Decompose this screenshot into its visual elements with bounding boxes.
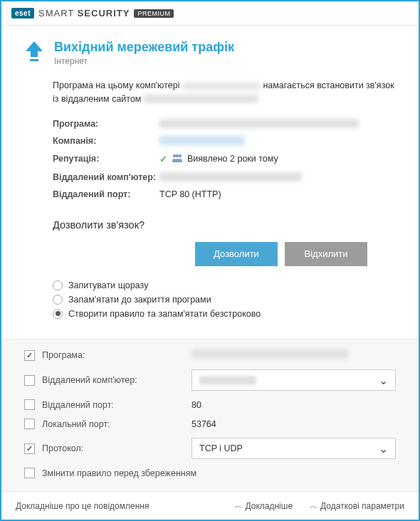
details-about-link[interactable]: Докладніше про це повідомлення [16, 501, 149, 511]
advanced-params-toggle[interactable]: ︿ Додаткові параметри [310, 500, 404, 511]
label-reputation: Репутація: [53, 154, 159, 164]
rule-remote-port-value: 80 [191, 400, 396, 410]
rule-label-remote-port: Віддалений порт: [42, 400, 184, 410]
question-text: Дозволити зв'язок? [53, 219, 396, 231]
redacted-program-path [159, 119, 359, 128]
button-row: Дозволити Відхилити [24, 242, 367, 266]
redacted-remote-host [159, 172, 302, 181]
info-table: Програма: Компанія: Репутація: ✓ Виявлен… [53, 119, 396, 199]
redacted-app [182, 82, 261, 90]
reputation-value: Виявлено 2 роки тому [187, 154, 278, 164]
radio-ask-every-time[interactable]: Запитувати щоразу [53, 280, 396, 290]
radio-icon [53, 295, 63, 305]
radio-remember-until-close[interactable]: Запам'ятати до закриття програми [53, 295, 396, 305]
dialog-title: Вихідний мережевий трафік [54, 40, 234, 55]
label-company: Компанія: [53, 136, 159, 146]
rule-label-program: Програма: [42, 350, 184, 360]
checkbox-remote-host[interactable] [24, 375, 35, 386]
rule-label-protocol: Протокол: [42, 443, 184, 453]
radio-create-rule[interactable]: Створити правило та запам'ятати безстрок… [53, 309, 396, 319]
chevron-down-icon: ⌄ [379, 442, 388, 456]
label-remote-port: Віддалений порт: [53, 189, 159, 199]
product-name: SMART SECURITY [38, 8, 130, 19]
title-bar: eset SMART SECURITY PREMIUM [1, 1, 419, 26]
radio-label: Створити правило та запам'ятати безстрок… [68, 309, 261, 319]
label-remote-host: Віддалений комп'ютер: [53, 172, 159, 182]
svg-point-3 [179, 154, 182, 157]
checkbox-remote-port[interactable] [24, 399, 35, 410]
rule-panel: Програма: Віддалений комп'ютер: ⌄ Віддал… [1, 340, 419, 491]
chevron-up-icon: ︿ [310, 500, 317, 511]
dialog-footer: Докладніше про це повідомлення ︿ Докладн… [1, 491, 419, 520]
redacted-remote-host-value [199, 376, 256, 385]
dialog-content: Вихідний мережевий трафік Інтернет Прогр… [1, 26, 419, 327]
checkbox-modify-before-save[interactable] [24, 468, 35, 478]
radio-label: Запитувати щоразу [68, 280, 148, 290]
svg-point-1 [173, 154, 176, 157]
remote-port-value: TCP 80 (HTTP) [159, 189, 221, 199]
rule-label-modify: Змінити правило перед збереженням [42, 468, 196, 478]
checkbox-program[interactable] [24, 350, 35, 361]
upload-icon [24, 40, 44, 66]
svg-rect-0 [30, 59, 38, 61]
dialog-header: Вихідний мережевий трафік Інтернет [24, 40, 396, 66]
users-icon [172, 153, 183, 165]
more-details-toggle[interactable]: ︿ Докладніше [234, 500, 293, 511]
svg-point-2 [176, 154, 179, 157]
check-icon: ✓ [159, 154, 167, 164]
protocol-select[interactable]: TCP і UDP ⌄ [191, 438, 396, 459]
remote-host-select[interactable]: ⌄ [191, 369, 396, 391]
checkbox-local-port[interactable] [24, 419, 35, 429]
radio-label: Запам'ятати до закриття програми [68, 295, 211, 305]
brand-badge: eset [11, 8, 34, 19]
label-program: Програма: [53, 119, 159, 129]
allow-button[interactable]: Дозволити [195, 242, 278, 266]
redacted-site [144, 95, 258, 103]
premium-badge: PREMIUM [134, 9, 174, 18]
rule-label-remote-host: Віддалений комп'ютер: [42, 375, 184, 385]
rule-label-local-port: Локальний порт: [42, 419, 184, 429]
intro-text: Програма на цьому комп'ютері намагається… [53, 79, 396, 106]
chevron-down-icon: ⌄ [379, 374, 388, 387]
rule-local-port-value: 53764 [191, 419, 396, 429]
redacted-company [159, 136, 245, 145]
redacted-rule-program [191, 349, 348, 359]
dialog-subtitle: Інтернет [54, 56, 234, 66]
deny-button[interactable]: Відхилити [285, 242, 367, 266]
checkbox-protocol[interactable] [24, 443, 35, 454]
chevron-up-icon: ︿ [234, 500, 242, 511]
protocol-value: TCP і UDP [199, 443, 243, 453]
remember-options: Запитувати щоразу Запам'ятати до закритт… [53, 280, 396, 319]
radio-icon [53, 280, 63, 290]
radio-icon [53, 309, 63, 319]
firewall-dialog: eset SMART SECURITY PREMIUM Вихідний мер… [0, 0, 420, 521]
